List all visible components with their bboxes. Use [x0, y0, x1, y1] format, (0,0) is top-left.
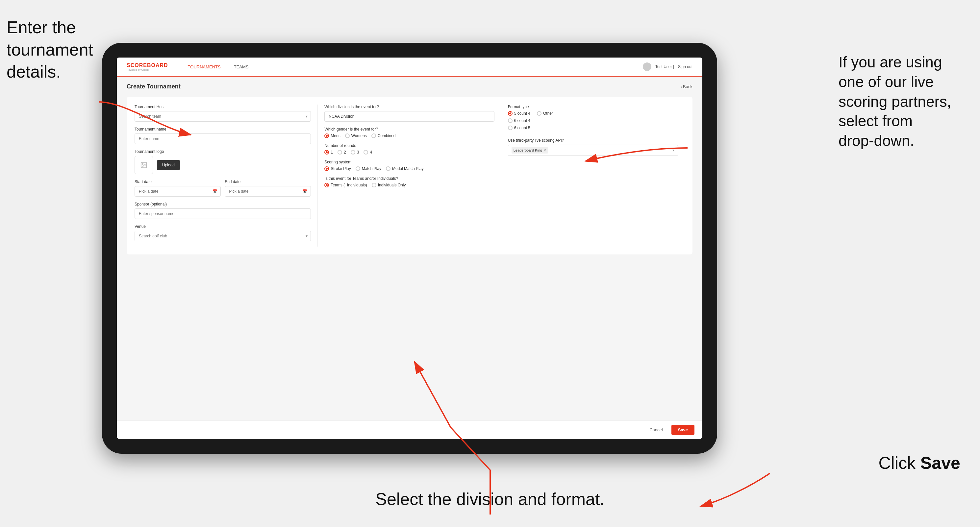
- back-link[interactable]: ‹ Back: [680, 84, 692, 89]
- division-select[interactable]: NCAA Division I: [325, 111, 494, 122]
- division-label: Which division is the event for?: [325, 105, 494, 109]
- arrow-save-button: [701, 473, 770, 506]
- click-label: Click: [878, 453, 920, 472]
- name-label: Tournament name: [135, 127, 311, 132]
- form-card: Tournament Host ▾ Tournament name Tourna…: [127, 97, 692, 254]
- venue-input-wrapper: ▾: [135, 231, 311, 241]
- womens-label: Womens: [352, 133, 367, 138]
- venue-group: Venue ▾: [135, 224, 311, 241]
- end-date-label: End date: [225, 179, 311, 184]
- scoring-stroke[interactable]: Stroke Play: [325, 167, 351, 171]
- stroke-play-circle: [325, 167, 329, 171]
- rounds-2-circle: [337, 150, 342, 154]
- format-row-1: 5 count 4 Other: [508, 111, 678, 116]
- nav-tabs: TOURNAMENTS TEAMS: [181, 57, 255, 76]
- live-scoring-clear[interactable]: ×: [544, 148, 546, 153]
- event-individuals[interactable]: Individuals Only: [372, 183, 406, 187]
- rounds-1-circle: [325, 150, 329, 154]
- scoring-label: Scoring system: [325, 160, 494, 164]
- scoring-match[interactable]: Match Play: [356, 167, 381, 171]
- rounds-radio-group: 1 2 3 4: [325, 150, 494, 154]
- logo-upload-area: Upload: [135, 156, 311, 174]
- tab-teams[interactable]: TEAMS: [228, 57, 255, 76]
- nav-right: Test User | Sign out: [643, 62, 692, 71]
- event-type-label: Is this event for Teams and/or Individua…: [325, 176, 494, 181]
- sponsor-label: Sponsor (optional): [135, 202, 311, 206]
- upload-button[interactable]: Upload: [157, 160, 180, 170]
- save-button[interactable]: Save: [671, 425, 694, 435]
- start-date-input[interactable]: [135, 186, 221, 197]
- other-circle: [537, 111, 541, 116]
- tab-tournaments[interactable]: TOURNAMENTS: [181, 57, 228, 76]
- format-other[interactable]: Other: [537, 111, 553, 116]
- logo-placeholder: [135, 156, 153, 174]
- rounds-1[interactable]: 1: [325, 150, 333, 154]
- svg-point-1: [142, 163, 143, 164]
- format-5count4[interactable]: 5 count 4: [508, 111, 530, 116]
- dates-group: Start date 📅 End date 📅: [135, 179, 311, 197]
- form-col-2: Which division is the event for? NCAA Di…: [318, 105, 501, 246]
- search-icon: ▾: [305, 114, 308, 119]
- match-play-circle: [356, 167, 360, 171]
- annotation-top-left: Enter thetournamentdetails.: [6, 16, 99, 83]
- date-row: Start date 📅 End date 📅: [135, 179, 311, 197]
- tablet-screen: SCOREBOARD Powered by Clippit TOURNAMENT…: [117, 57, 702, 439]
- annotation-bottom-center: Select the division and format.: [375, 488, 605, 511]
- gender-group: Which gender is the event for? Mens Wome…: [325, 127, 494, 138]
- 6count5-label: 6 count 5: [514, 125, 530, 130]
- host-input[interactable]: [135, 111, 311, 122]
- live-scoring-select[interactable]: Leaderboard King × ▾: [508, 144, 678, 156]
- match-play-label: Match Play: [362, 167, 381, 171]
- cancel-button[interactable]: Cancel: [644, 425, 668, 435]
- format-6count5[interactable]: 6 count 5: [508, 125, 678, 130]
- main-content: Create Tournament ‹ Back Tournament Host…: [117, 76, 702, 421]
- rounds-3[interactable]: 3: [351, 150, 359, 154]
- logo-title: SCOREBOARD: [127, 62, 168, 68]
- stroke-play-label: Stroke Play: [331, 167, 351, 171]
- combined-radio-circle: [371, 133, 376, 138]
- scoring-group: Scoring system Stroke Play Match Play: [325, 160, 494, 171]
- scoring-medal-match[interactable]: Medal Match Play: [386, 167, 423, 171]
- venue-input[interactable]: [135, 231, 311, 241]
- event-type-radio-group: Teams (+Individuals) Individuals Only: [325, 183, 494, 187]
- name-input[interactable]: [135, 133, 311, 144]
- gender-label: Which gender is the event for?: [325, 127, 494, 132]
- 6count4-circle: [508, 118, 512, 123]
- end-date-wrapper: 📅: [225, 186, 311, 197]
- individuals-circle: [372, 183, 376, 187]
- sponsor-input[interactable]: [135, 208, 311, 219]
- live-scoring-tag: Leaderboard King ×: [512, 147, 548, 154]
- other-label: Other: [543, 111, 553, 116]
- gender-womens[interactable]: Womens: [345, 133, 367, 138]
- gender-combined[interactable]: Combined: [371, 133, 396, 138]
- live-scoring-dropdown-icon: ▾: [672, 148, 675, 152]
- medal-match-circle: [386, 167, 390, 171]
- mens-radio-circle: [325, 133, 329, 138]
- rounds-2[interactable]: 2: [337, 150, 346, 154]
- rounds-1-label: 1: [331, 150, 333, 154]
- calendar-icon: 📅: [213, 189, 218, 194]
- format-group: Format type 5 count 4 Other: [508, 105, 678, 130]
- logo-label: Tournament logo: [135, 149, 311, 154]
- logo-subtitle: Powered by Clippit: [127, 68, 168, 71]
- name-group: Tournament name: [135, 127, 311, 144]
- live-scoring-group: Use third-party live scoring API? Leader…: [508, 138, 678, 156]
- rounds-label: Number of rounds: [325, 143, 494, 148]
- format-6count4[interactable]: 6 count 4: [508, 118, 678, 123]
- format-label: Format type: [508, 105, 678, 109]
- avatar: [643, 62, 651, 71]
- signout-link[interactable]: Sign out: [678, 64, 692, 69]
- event-teams[interactable]: Teams (+Individuals): [325, 183, 367, 187]
- rounds-4-circle: [364, 150, 368, 154]
- form-col-3: Format type 5 count 4 Other: [501, 105, 684, 246]
- rounds-group: Number of rounds 1 2: [325, 143, 494, 154]
- save-annotation-bold: Save: [920, 453, 960, 472]
- page-header: Create Tournament ‹ Back: [127, 83, 692, 90]
- format-options: 5 count 4 Other 6 count 4: [508, 111, 678, 130]
- 5count4-label: 5 count 4: [514, 111, 530, 116]
- rounds-4[interactable]: 4: [364, 150, 372, 154]
- host-input-wrapper: ▾: [135, 111, 311, 122]
- gender-mens[interactable]: Mens: [325, 133, 340, 138]
- end-date-input[interactable]: [225, 186, 311, 197]
- venue-label: Venue: [135, 224, 311, 229]
